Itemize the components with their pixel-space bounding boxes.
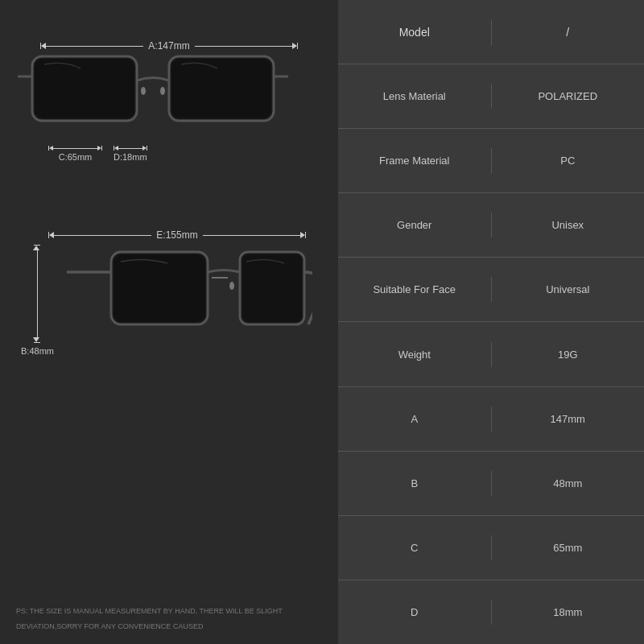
dim-d-label: D:18mm [109,152,152,162]
spec-value-3: Universal [492,277,645,302]
dim-a-line: A:147mm [40,40,298,52]
spec-table: Model / Lens Material POLARIZED Frame Ma… [338,0,644,644]
spec-row-8: D 18mm [338,580,644,644]
ps-note: PS: THE SIZE IS MANUAL MEASUREMENT BY HA… [16,602,330,632]
spec-label-3: Suitable For Face [338,277,492,302]
left-panel: A:147mm [0,0,338,644]
spec-row-0: Lens Material POLARIZED [338,64,644,129]
spec-value-6: 48mm [492,471,645,496]
dim-e-label: E:155mm [151,229,202,241]
glasses-front-svg [16,36,290,141]
svg-rect-12 [242,254,302,322]
spec-value-5: 147mm [492,407,645,431]
svg-point-6 [141,87,146,95]
spec-label-0: Lens Material [338,84,492,109]
spec-value-8: 18mm [492,600,645,625]
spec-row-7: C 65mm [338,516,644,580]
model-value: / [492,19,645,45]
spec-value-0: POLARIZED [492,84,645,109]
spec-value-2: Unisex [492,213,645,237]
svg-rect-1 [35,59,134,118]
spec-label-6: B [338,471,492,496]
spec-label-4: Weight [338,342,492,367]
dim-a-label: A:147mm [143,40,194,52]
model-label: Model [338,19,492,45]
spec-label-5: A [338,407,492,431]
spec-label-2: Gender [338,213,492,237]
spec-row-6: B 48mm [338,452,644,516]
spec-row-5: A 147mm [338,387,644,452]
right-panel: Model / Lens Material POLARIZED Frame Ma… [338,0,644,644]
svg-rect-10 [114,254,205,322]
spec-row-1: Frame Material PC [338,129,644,193]
spec-label-1: Frame Material [338,148,492,173]
spec-label-7: C [338,535,492,560]
spec-row-2: Gender Unisex [338,193,644,258]
dim-b-label: B:48mm [16,346,59,356]
side-diagram: E:155mm B:48mm [16,221,322,357]
spec-value-1: PC [492,148,645,173]
spec-label-8: D [338,600,492,625]
spec-row-4: Weight 19G [338,322,644,386]
dim-c-label: C:65mm [54,152,97,162]
spec-row-3: Suitable For Face Universal [338,258,644,322]
svg-point-7 [160,87,165,95]
spec-header-row: Model / [338,0,644,64]
glasses-side-svg [63,228,312,357]
front-diagram: A:147mm [16,32,322,209]
spec-value-7: 65mm [492,535,645,560]
svg-point-13 [229,282,234,290]
dim-e-line: E:155mm [48,229,306,241]
svg-rect-3 [171,59,271,118]
spec-value-4: 19G [492,342,645,367]
